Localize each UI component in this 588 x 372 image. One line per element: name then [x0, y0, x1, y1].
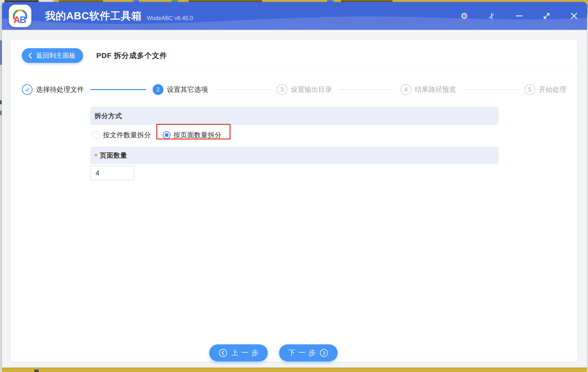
radio-checked-icon[interactable] — [163, 131, 171, 139]
split-method-radio-group: 按文件数量拆分 按页面数量拆分 — [92, 130, 221, 140]
step-1-label: 选择待处理文件 — [36, 85, 84, 94]
back-button-label: 返回到主面板 — [36, 51, 76, 60]
settings-gear-icon[interactable]: ⚙ — [460, 11, 469, 21]
circle-chevron-left-icon — [219, 349, 227, 357]
desktop-background-sliver-bottom — [34, 370, 39, 372]
prev-step-label: 上一步 — [231, 348, 261, 358]
step-5-start-processing: 5 开始处理 — [525, 84, 566, 95]
prev-step-button[interactable]: 上一步 — [209, 344, 268, 361]
check-icon — [24, 87, 30, 92]
radio-unchecked-icon[interactable] — [92, 131, 100, 139]
radio-split-by-page-count[interactable]: 按页面数量拆分 — [163, 130, 221, 140]
page-count-input[interactable] — [90, 166, 134, 180]
circle-chevron-right-icon — [319, 349, 328, 357]
back-to-main-panel-button[interactable]: 返回到主面板 — [22, 48, 83, 63]
app-logo: A B — [9, 5, 31, 27]
close-icon[interactable] — [569, 11, 579, 21]
page-count-section-header: * 页面数量 — [90, 147, 498, 164]
step-5-number-circle: 5 — [525, 84, 535, 95]
main-card: 返回到主面板 PDF 拆分成多个文件 选择待处理文件 2 设置其它选项 3 — [10, 40, 578, 362]
step-1-select-files: 选择待处理文件 — [22, 84, 84, 95]
next-step-button[interactable]: 下一步 — [279, 344, 338, 361]
required-asterisk: * — [95, 151, 97, 160]
next-step-label: 下一步 — [288, 348, 318, 358]
svg-text:B: B — [20, 15, 26, 25]
step-1-check-circle — [22, 84, 33, 95]
split-method-title: 拆分方式 — [95, 112, 122, 120]
desktop-background-sliver-left — [0, 2, 2, 372]
split-method-section-header: 拆分方式 — [90, 107, 498, 125]
minimize-icon[interactable] — [514, 11, 524, 21]
form-area: 拆分方式 按文件数量拆分 按页面数量拆分 * 页面数量 — [90, 40, 498, 361]
svg-text:A: A — [13, 15, 20, 25]
desktop-background-sliver-right — [587, 0, 588, 372]
radio-split-by-page-count-label: 按页面数量拆分 — [173, 130, 221, 140]
abc-logo-icon: A B — [11, 7, 29, 25]
radio-split-by-file-count[interactable]: 按文件数量拆分 — [92, 130, 151, 140]
step-5-label: 开始处理 — [539, 85, 566, 94]
app-version: WodeABC v6.45.0 — [147, 11, 193, 22]
resize-maximize-icon[interactable] — [542, 11, 551, 21]
scissors-icon[interactable]: ✂ — [487, 11, 496, 21]
window-controls: ⚙ ✂ — [460, 2, 579, 30]
footer-nav: 上一步 下一步 — [11, 344, 577, 361]
app-title: 我的ABC软件工具箱 — [45, 9, 142, 23]
chevron-left-icon — [28, 52, 33, 59]
titlebar: A B 我的ABC软件工具箱 WodeABC v6.45.0 ⚙ ✂ — [2, 2, 587, 30]
app-window: A B 我的ABC软件工具箱 WodeABC v6.45.0 ⚙ ✂ — [2, 2, 587, 368]
page-count-title: 页面数量 — [100, 151, 127, 160]
radio-split-by-file-count-label: 按文件数量拆分 — [103, 130, 151, 140]
